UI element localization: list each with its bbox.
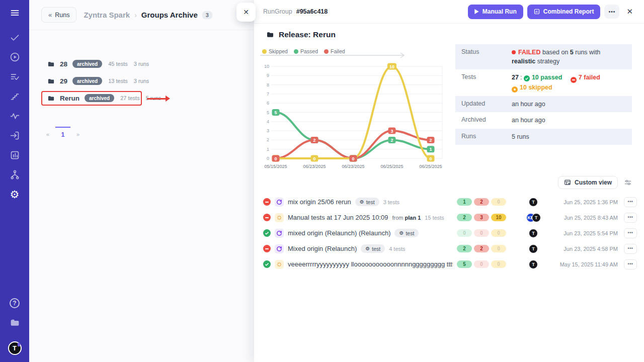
manual-run-icon [275, 260, 284, 269]
failed-status-icon [263, 198, 271, 206]
ellipsis-icon: ••• [628, 215, 633, 220]
ellipsis-icon: ••• [628, 261, 633, 266]
legend-item-passed[interactable]: Passed [294, 48, 318, 54]
folder-icon [47, 77, 55, 85]
breadcrumb: Zyntra Spark › Groups Archive 3 [84, 11, 212, 19]
group-runs-count: 5 runs [146, 95, 162, 101]
folder-icon [47, 60, 55, 68]
legend-dot-icon [262, 49, 267, 54]
sidebar-item-import[interactable] [6, 129, 23, 142]
group-name: Rerun [60, 95, 79, 102]
run-row[interactable]: mixed origin (Relaunch) (Relaunch)⚙test0… [263, 225, 637, 241]
passed-status-icon [263, 229, 271, 237]
archived-badge: archived [72, 60, 102, 68]
run-date: Jun 25, 2025 1:36 PM [547, 199, 618, 205]
pagination-prev[interactable]: « [40, 127, 55, 142]
sidebar-item-checkmark[interactable] [6, 31, 23, 44]
sidebar-item-activity[interactable] [6, 109, 23, 123]
gear-icon: ⚙ [360, 199, 364, 205]
more-actions-button[interactable]: ••• [604, 5, 619, 19]
combined-report-button[interactable]: Combined Report [527, 5, 601, 19]
run-tests-count: 4 tests [389, 246, 405, 252]
sidebar-item-play-circle[interactable] [6, 50, 23, 64]
svg-text:05/15/2025: 05/15/2025 [264, 164, 287, 169]
run-row[interactable]: Manual tests at 17 Jun 2025 10:09from pl… [263, 210, 637, 225]
play-icon [474, 9, 479, 14]
run-row[interactable]: Mixed origin (Relaunch)⚙test4 tests220TJ… [263, 241, 637, 256]
close-popup-button[interactable]: ✕ [236, 3, 256, 22]
automated-run-icon [275, 198, 284, 207]
line-chart: 01234567891005/15/202506/23/202506/23/20… [257, 44, 454, 173]
result-pills: 000 [457, 229, 510, 237]
row-more-button[interactable]: ••• [624, 259, 637, 269]
folder-icon [266, 31, 274, 39]
menu-icon [10, 8, 20, 18]
skipped-count-pill: 10 [491, 214, 506, 221]
sidebar-item-integrations[interactable] [6, 168, 23, 182]
manual-run-button[interactable]: Manual Run [468, 5, 523, 19]
run-row[interactable]: mix origin 25/06 rerun⚙test3 tests120TJu… [263, 194, 637, 210]
breadcrumb-project[interactable]: Zyntra Spark [84, 11, 130, 19]
skipped-count-pill: 0 [491, 260, 506, 268]
row-more-button[interactable]: ••• [624, 213, 637, 223]
run-from: from plan 1 [392, 215, 421, 221]
pagination-page-1[interactable]: 1 [55, 127, 70, 142]
double-chevron-left-icon: « [48, 11, 51, 19]
svg-text:0: 0 [267, 156, 269, 161]
failed-minus-icon [571, 77, 577, 83]
tag-badge: ⚙test [394, 229, 419, 237]
sidebar-item-help[interactable]: ? [6, 296, 23, 310]
sidebar-nav: ⚙ [6, 6, 23, 207]
svg-text:5: 5 [274, 110, 277, 115]
legend-item-skipped[interactable]: Skipped [262, 48, 288, 54]
display-settings-icon[interactable] [624, 178, 632, 187]
gear-icon: ⚙ [365, 246, 370, 251]
projects-folder-icon [10, 317, 20, 328]
run-row[interactable]: veeeerrrrryyyyyyyyyy llooooooooooonnnnng… [263, 256, 637, 272]
row-more-button[interactable]: ••• [624, 228, 637, 238]
back-to-runs-button[interactable]: « Runs [41, 7, 76, 23]
sidebar-item-projects-folder[interactable] [6, 316, 23, 329]
milestones-icon [10, 91, 20, 102]
svg-text:06/23/2025: 06/23/2025 [303, 164, 326, 169]
avatar: T [532, 213, 541, 222]
chart-legend: SkippedPassedFailed [262, 48, 345, 54]
drawer-header: RunGroup #95a6c418 Manual Run Combined R… [254, 0, 644, 24]
sidebar-item-test-list[interactable] [6, 70, 23, 83]
summary-row-archived: Archived an hour ago [455, 112, 632, 128]
user-avatar[interactable]: T [8, 341, 22, 355]
sidebar-item-menu[interactable] [6, 6, 23, 20]
group-tests-count: 45 tests [108, 61, 128, 67]
group-name: 28 [60, 60, 67, 68]
failed-count-pill: 3 [474, 214, 489, 221]
sidebar-item-milestones[interactable] [6, 89, 23, 103]
legend-dot-icon [324, 49, 329, 54]
bar-chart-icon [534, 9, 540, 15]
result-pills: 120 [457, 198, 510, 206]
close-icon: ✕ [243, 8, 249, 16]
custom-view-button[interactable]: Custom view [558, 176, 618, 189]
close-drawer-button[interactable]: ✕ [623, 5, 636, 18]
run-avatars: T [519, 229, 547, 238]
passed-count-pill: 0 [457, 229, 472, 237]
sidebar-item-settings-gear[interactable]: ⚙ [6, 188, 23, 201]
row-more-button[interactable]: ••• [624, 244, 637, 254]
group-runs-count: 3 runs [134, 61, 149, 67]
activity-icon [10, 111, 20, 121]
row-more-button[interactable]: ••• [624, 197, 637, 207]
svg-text:10: 10 [389, 64, 394, 69]
svg-text:3: 3 [267, 128, 269, 133]
sidebar-item-reports[interactable] [6, 148, 23, 162]
legend-item-failed[interactable]: Failed [324, 48, 345, 54]
rungroup-id: #95a6c418 [296, 8, 328, 15]
passed-status-icon [263, 260, 271, 268]
pagination-next[interactable]: » [70, 127, 86, 142]
svg-text:10: 10 [264, 64, 269, 69]
run-avatars: T [519, 198, 547, 207]
failed-status-icon [263, 245, 271, 252]
settings-gear-icon: ⚙ [10, 189, 20, 200]
run-date: Jun 25, 2025 8:43 AM [547, 215, 618, 221]
automated-run-icon [275, 244, 284, 253]
run-name: Manual tests at 17 Jun 2025 10:09 [288, 214, 388, 221]
svg-text:2: 2 [267, 137, 269, 142]
